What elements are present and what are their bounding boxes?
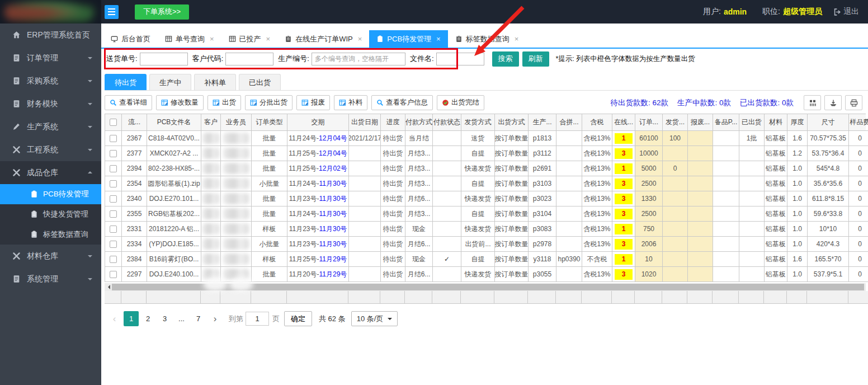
table-row[interactable]: 2334(YP)DOJ.E185...小批量11月23号-11月30号待出货月结… <box>105 237 866 252</box>
refresh-button[interactable]: 刷新 <box>522 51 549 67</box>
分批出货-button[interactable]: 分批出货 <box>245 95 293 110</box>
row-checkbox[interactable] <box>110 150 117 157</box>
查看详细-button[interactable]: 查看详细 <box>105 95 152 110</box>
page-size-select[interactable]: 10 条/页 <box>351 311 398 326</box>
tab-label: 标签数据查询 <box>466 34 510 44</box>
row-checkbox[interactable] <box>110 180 117 187</box>
search-input-2[interactable] <box>312 53 405 65</box>
tab-close-icon[interactable]: × <box>266 35 271 43</box>
row-checkbox[interactable] <box>110 195 117 203</box>
cell-sel <box>105 222 122 237</box>
cell-delivery: 自提 <box>461 146 495 161</box>
row-checkbox[interactable] <box>110 241 117 248</box>
select-all-checkbox[interactable] <box>110 119 117 126</box>
sidebar-subitem-标签数据查询[interactable]: 标签数据查询 <box>0 224 101 245</box>
tab-close-icon[interactable]: × <box>358 35 362 43</box>
subtab-已出货[interactable]: 已出货 <box>239 74 281 90</box>
tab-标签数据查询[interactable]: 标签数据查询× <box>448 30 526 48</box>
search-input-3[interactable] <box>436 53 484 65</box>
cell-pay_status <box>433 237 461 252</box>
报废-button[interactable]: 报废 <box>296 95 330 110</box>
print-button[interactable] <box>845 95 862 110</box>
cell-scrap <box>688 252 713 267</box>
scroll-left-arrow[interactable] <box>105 283 112 291</box>
出货-button[interactable]: 出货 <box>207 95 241 110</box>
tab-后台首页[interactable]: 后台首页 <box>103 30 158 48</box>
search-button[interactable]: 搜索 <box>492 51 519 67</box>
search-input-0[interactable] <box>140 53 188 65</box>
cell-size: 35.6*35.6 <box>808 176 849 191</box>
cell-merge <box>556 176 582 191</box>
horizontal-scrollbar[interactable] <box>105 283 866 291</box>
page-button-7[interactable]: 7 <box>191 311 206 326</box>
sidebar-item-材料仓库[interactable]: 材料仓库 <box>0 245 101 267</box>
row-checkbox[interactable] <box>110 271 117 278</box>
sidebar-item-订单管理[interactable]: 订单管理 <box>0 46 101 69</box>
row-checkbox[interactable] <box>110 256 117 263</box>
row-checkbox[interactable] <box>110 210 117 218</box>
clipboard-icon <box>285 35 292 43</box>
next-page-button[interactable]: › <box>207 311 223 326</box>
row-checkbox[interactable] <box>110 165 117 172</box>
table-edit-icon <box>161 99 168 106</box>
goto-page-input[interactable] <box>246 312 269 326</box>
查看客户信息-button[interactable]: 查看客户信息 <box>371 95 433 110</box>
table-row[interactable]: 2354圆形铝基板(1).zip小批量11月24号-11月30号待出货月结3..… <box>105 176 866 191</box>
sidebar-item-ERP管理系统首页[interactable]: ERP管理系统首页 <box>0 24 101 46</box>
page-button-1[interactable]: 1 <box>124 311 139 326</box>
header-cell-order_qty: 订单... <box>635 114 663 131</box>
page-button-3[interactable]: 3 <box>157 311 172 326</box>
confirm-page-button[interactable]: 确定 <box>284 311 312 326</box>
tab-单号查询[interactable]: 单号查询× <box>158 30 221 48</box>
tab-PCB待发管理[interactable]: PCB待发管理× <box>369 30 447 48</box>
prev-page-button[interactable]: ‹ <box>107 311 122 326</box>
cell-material: 铝基板 <box>765 146 787 161</box>
tab-close-icon[interactable]: × <box>436 35 441 43</box>
cell-tax: 含税13% <box>582 131 612 146</box>
row-checkbox[interactable] <box>110 135 117 142</box>
scrollbar-thumb[interactable] <box>112 284 864 290</box>
sidebar-item-生产系统[interactable]: 生产系统 <box>0 115 101 138</box>
row-checkbox[interactable] <box>110 226 117 233</box>
table-row[interactable]: 2367C818-4AT02V0...批量11月24号-12月04号2021/1… <box>105 131 866 146</box>
search-input-1[interactable] <box>225 53 273 65</box>
修改数量-button[interactable]: 修改数量 <box>156 95 204 110</box>
header-cell-tax: 含税 <box>582 114 612 131</box>
sidebar-subitem-快捷发货管理[interactable]: 快捷发货管理 <box>0 204 101 224</box>
export-button[interactable] <box>824 95 842 110</box>
redacted-customer <box>202 223 219 234</box>
sidebar-item-财务模块[interactable]: 财务模块 <box>0 92 101 115</box>
出货完结-button[interactable]: 出货完结 <box>437 95 484 110</box>
subtab-待出货[interactable]: 待出货 <box>105 74 147 90</box>
logout-button[interactable]: 退出 <box>833 7 859 17</box>
subtab-补料单[interactable]: 补料单 <box>194 74 236 90</box>
subtab-生产中[interactable]: 生产中 <box>149 74 191 90</box>
tab-close-icon[interactable]: × <box>515 35 519 43</box>
sidebar-subitem-PCB待发管理[interactable]: PCB待发管理 <box>0 184 101 204</box>
sidebar-item-成品仓库[interactable]: 成品仓库 <box>0 161 101 184</box>
tab-在线生产订单WIP[interactable]: 在线生产订单WIP× <box>277 30 369 48</box>
cell-merge <box>556 161 582 176</box>
tab-close-icon[interactable]: × <box>210 35 214 43</box>
cell-online: 3 <box>612 237 635 252</box>
page-button-2[interactable]: 2 <box>140 311 155 326</box>
sidebar-toggle-button[interactable] <box>105 5 119 19</box>
columns-button[interactable] <box>804 95 821 110</box>
table-row[interactable]: 2340DOJ.E270.101...批量11月23号-11月30号待出货月结6… <box>105 191 866 206</box>
table-row[interactable]: 233120181220-A 铝...样板11月23号-11月30号待出货现金快… <box>105 222 866 237</box>
online-qty-badge: 1 <box>615 133 633 144</box>
table-row[interactable]: 2377XMCK027-A2 ...批量11月25号-12月04号待出货月结3.… <box>105 146 866 161</box>
order-system-button[interactable]: 下单系统>> <box>135 4 189 20</box>
footer-cell <box>251 291 287 304</box>
table-row[interactable]: 2355RGB铝基板202...批量11月24号-11月30号待出货月结3...… <box>105 206 866 222</box>
sidebar-item-工程系统[interactable]: 工程系统 <box>0 138 101 161</box>
sidebar-item-系统管理[interactable]: 系统管理 <box>0 267 101 290</box>
table-row[interactable]: 2394802-238-HX85-...批量11月25号-12月02号待出货月结… <box>105 161 866 176</box>
补料-button[interactable]: 补料 <box>334 95 367 110</box>
table-row[interactable]: 2384B16前雾灯(BO...样板11月25号-11月29号待出货现金✓自提按… <box>105 252 866 267</box>
sidebar-item-采购系统[interactable]: 采购系统 <box>0 69 101 92</box>
tab-已投产[interactable]: 已投产× <box>221 30 278 48</box>
table-row[interactable]: 2297DOJ.E240.100...批量11月20号-11月29号待出货月结6… <box>105 267 866 282</box>
doc-icon <box>12 275 21 283</box>
search-field-label: 客户代码: <box>192 54 224 64</box>
